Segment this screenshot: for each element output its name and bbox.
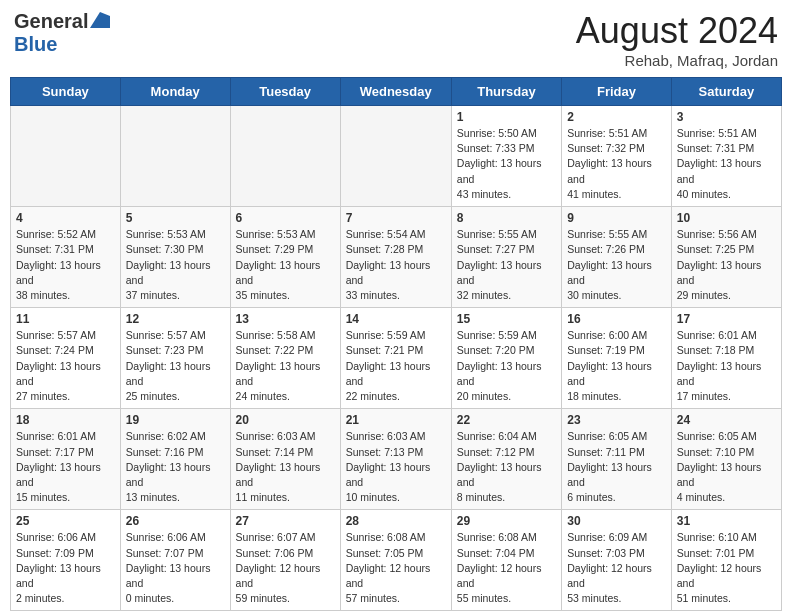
calendar-cell: 25Sunrise: 6:06 AMSunset: 7:09 PMDayligh… <box>11 510 121 611</box>
cell-info: Sunrise: 5:54 AMSunset: 7:28 PMDaylight:… <box>346 227 446 303</box>
calendar-day-header: Tuesday <box>230 78 340 106</box>
day-number: 6 <box>236 211 335 225</box>
calendar-week-row: 1Sunrise: 5:50 AMSunset: 7:33 PMDaylight… <box>11 106 782 207</box>
calendar-cell <box>11 106 121 207</box>
cell-info: Sunrise: 6:07 AMSunset: 7:06 PMDaylight:… <box>236 530 335 606</box>
day-number: 10 <box>677 211 776 225</box>
logo-blue-text: Blue <box>14 33 57 55</box>
cell-info: Sunrise: 6:01 AMSunset: 7:18 PMDaylight:… <box>677 328 776 404</box>
calendar-week-row: 11Sunrise: 5:57 AMSunset: 7:24 PMDayligh… <box>11 308 782 409</box>
calendar-cell <box>120 106 230 207</box>
calendar-cell: 27Sunrise: 6:07 AMSunset: 7:06 PMDayligh… <box>230 510 340 611</box>
cell-info: Sunrise: 6:01 AMSunset: 7:17 PMDaylight:… <box>16 429 115 505</box>
calendar-cell: 1Sunrise: 5:50 AMSunset: 7:33 PMDaylight… <box>451 106 561 207</box>
calendar-cell: 26Sunrise: 6:06 AMSunset: 7:07 PMDayligh… <box>120 510 230 611</box>
cell-info: Sunrise: 5:52 AMSunset: 7:31 PMDaylight:… <box>16 227 115 303</box>
day-number: 11 <box>16 312 115 326</box>
cell-info: Sunrise: 6:05 AMSunset: 7:11 PMDaylight:… <box>567 429 666 505</box>
cell-info: Sunrise: 6:08 AMSunset: 7:05 PMDaylight:… <box>346 530 446 606</box>
calendar-cell: 7Sunrise: 5:54 AMSunset: 7:28 PMDaylight… <box>340 207 451 308</box>
cell-info: Sunrise: 6:00 AMSunset: 7:19 PMDaylight:… <box>567 328 666 404</box>
cell-info: Sunrise: 6:03 AMSunset: 7:14 PMDaylight:… <box>236 429 335 505</box>
day-number: 3 <box>677 110 776 124</box>
calendar-table: SundayMondayTuesdayWednesdayThursdayFrid… <box>10 77 782 611</box>
calendar-cell: 4Sunrise: 5:52 AMSunset: 7:31 PMDaylight… <box>11 207 121 308</box>
day-number: 14 <box>346 312 446 326</box>
day-number: 30 <box>567 514 666 528</box>
day-number: 17 <box>677 312 776 326</box>
calendar-cell: 11Sunrise: 5:57 AMSunset: 7:24 PMDayligh… <box>11 308 121 409</box>
day-number: 9 <box>567 211 666 225</box>
calendar-day-header: Saturday <box>671 78 781 106</box>
day-number: 27 <box>236 514 335 528</box>
day-number: 15 <box>457 312 556 326</box>
cell-info: Sunrise: 5:53 AMSunset: 7:29 PMDaylight:… <box>236 227 335 303</box>
cell-info: Sunrise: 6:10 AMSunset: 7:01 PMDaylight:… <box>677 530 776 606</box>
calendar-cell: 31Sunrise: 6:10 AMSunset: 7:01 PMDayligh… <box>671 510 781 611</box>
day-number: 8 <box>457 211 556 225</box>
location: Rehab, Mafraq, Jordan <box>576 52 778 69</box>
calendar-cell: 24Sunrise: 6:05 AMSunset: 7:10 PMDayligh… <box>671 409 781 510</box>
day-number: 16 <box>567 312 666 326</box>
calendar-cell <box>230 106 340 207</box>
calendar-day-header: Wednesday <box>340 78 451 106</box>
calendar-cell: 16Sunrise: 6:00 AMSunset: 7:19 PMDayligh… <box>562 308 672 409</box>
day-number: 5 <box>126 211 225 225</box>
calendar-cell: 2Sunrise: 5:51 AMSunset: 7:32 PMDaylight… <box>562 106 672 207</box>
day-number: 24 <box>677 413 776 427</box>
cell-info: Sunrise: 6:06 AMSunset: 7:07 PMDaylight:… <box>126 530 225 606</box>
cell-info: Sunrise: 6:03 AMSunset: 7:13 PMDaylight:… <box>346 429 446 505</box>
day-number: 18 <box>16 413 115 427</box>
calendar-cell: 15Sunrise: 5:59 AMSunset: 7:20 PMDayligh… <box>451 308 561 409</box>
cell-info: Sunrise: 5:51 AMSunset: 7:31 PMDaylight:… <box>677 126 776 202</box>
day-number: 12 <box>126 312 225 326</box>
logo-general-text: General <box>14 10 88 33</box>
calendar-cell: 18Sunrise: 6:01 AMSunset: 7:17 PMDayligh… <box>11 409 121 510</box>
cell-info: Sunrise: 6:05 AMSunset: 7:10 PMDaylight:… <box>677 429 776 505</box>
calendar-header-row: SundayMondayTuesdayWednesdayThursdayFrid… <box>11 78 782 106</box>
calendar-cell: 20Sunrise: 6:03 AMSunset: 7:14 PMDayligh… <box>230 409 340 510</box>
day-number: 2 <box>567 110 666 124</box>
calendar-cell: 29Sunrise: 6:08 AMSunset: 7:04 PMDayligh… <box>451 510 561 611</box>
day-number: 20 <box>236 413 335 427</box>
day-number: 7 <box>346 211 446 225</box>
cell-info: Sunrise: 5:56 AMSunset: 7:25 PMDaylight:… <box>677 227 776 303</box>
cell-info: Sunrise: 5:50 AMSunset: 7:33 PMDaylight:… <box>457 126 556 202</box>
cell-info: Sunrise: 5:59 AMSunset: 7:20 PMDaylight:… <box>457 328 556 404</box>
calendar-cell: 6Sunrise: 5:53 AMSunset: 7:29 PMDaylight… <box>230 207 340 308</box>
day-number: 22 <box>457 413 556 427</box>
calendar-day-header: Monday <box>120 78 230 106</box>
calendar-cell: 12Sunrise: 5:57 AMSunset: 7:23 PMDayligh… <box>120 308 230 409</box>
calendar-week-row: 25Sunrise: 6:06 AMSunset: 7:09 PMDayligh… <box>11 510 782 611</box>
cell-info: Sunrise: 6:06 AMSunset: 7:09 PMDaylight:… <box>16 530 115 606</box>
cell-info: Sunrise: 5:53 AMSunset: 7:30 PMDaylight:… <box>126 227 225 303</box>
month-title: August 2024 <box>576 10 778 52</box>
calendar-cell: 28Sunrise: 6:08 AMSunset: 7:05 PMDayligh… <box>340 510 451 611</box>
day-number: 1 <box>457 110 556 124</box>
calendar-cell: 30Sunrise: 6:09 AMSunset: 7:03 PMDayligh… <box>562 510 672 611</box>
cell-info: Sunrise: 5:59 AMSunset: 7:21 PMDaylight:… <box>346 328 446 404</box>
day-number: 19 <box>126 413 225 427</box>
cell-info: Sunrise: 5:55 AMSunset: 7:27 PMDaylight:… <box>457 227 556 303</box>
cell-info: Sunrise: 5:55 AMSunset: 7:26 PMDaylight:… <box>567 227 666 303</box>
calendar-cell: 10Sunrise: 5:56 AMSunset: 7:25 PMDayligh… <box>671 207 781 308</box>
cell-info: Sunrise: 5:57 AMSunset: 7:24 PMDaylight:… <box>16 328 115 404</box>
day-number: 21 <box>346 413 446 427</box>
svg-marker-0 <box>90 12 110 28</box>
calendar-day-header: Sunday <box>11 78 121 106</box>
calendar-cell: 13Sunrise: 5:58 AMSunset: 7:22 PMDayligh… <box>230 308 340 409</box>
day-number: 28 <box>346 514 446 528</box>
calendar-day-header: Friday <box>562 78 672 106</box>
calendar-cell: 22Sunrise: 6:04 AMSunset: 7:12 PMDayligh… <box>451 409 561 510</box>
cell-info: Sunrise: 6:09 AMSunset: 7:03 PMDaylight:… <box>567 530 666 606</box>
day-number: 29 <box>457 514 556 528</box>
cell-info: Sunrise: 6:04 AMSunset: 7:12 PMDaylight:… <box>457 429 556 505</box>
calendar-cell: 23Sunrise: 6:05 AMSunset: 7:11 PMDayligh… <box>562 409 672 510</box>
calendar-week-row: 4Sunrise: 5:52 AMSunset: 7:31 PMDaylight… <box>11 207 782 308</box>
cell-info: Sunrise: 5:57 AMSunset: 7:23 PMDaylight:… <box>126 328 225 404</box>
logo-icon <box>90 12 110 28</box>
calendar-cell: 3Sunrise: 5:51 AMSunset: 7:31 PMDaylight… <box>671 106 781 207</box>
cell-info: Sunrise: 6:08 AMSunset: 7:04 PMDaylight:… <box>457 530 556 606</box>
calendar-cell: 14Sunrise: 5:59 AMSunset: 7:21 PMDayligh… <box>340 308 451 409</box>
day-number: 23 <box>567 413 666 427</box>
